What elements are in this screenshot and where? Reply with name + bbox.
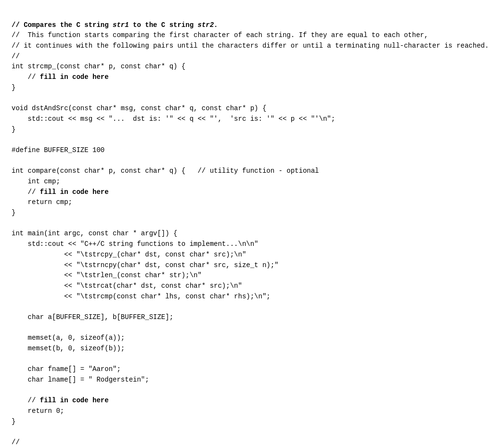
line-comment-2: // This function starts comparing the fi… (12, 31, 428, 39)
line-fname: char fname[] = "Aaron"; (12, 365, 121, 373)
line-fill-3: // fill in code here (12, 397, 109, 404)
line-main: int main(int argc, const char * argv[]) … (12, 230, 177, 237)
line-lname: char lname[] = " Rodgerstein"; (12, 376, 149, 384)
line-memset-b: memset(b, 0, sizeof(b)); (12, 345, 125, 352)
line-code-dstandsrc: void dstAndSrc(const char* msg, const ch… (12, 104, 266, 112)
line-brace-4: } (12, 418, 15, 425)
line-comment-end: // (12, 438, 20, 446)
line-strcpy: << "\tstrcpy_(char* dst, const char* src… (12, 251, 246, 258)
line-memset-a: memset(a, 0, sizeof(a)); (12, 334, 125, 342)
line-cout-dst: std::cout << msg << "... dst is: '" << q… (12, 115, 335, 123)
line-define: #define BUFFER_SIZE 100 (12, 146, 104, 154)
line-fill-1: // fill in code here (12, 73, 109, 81)
line-brace-3: } (12, 209, 15, 217)
line-brace-2: } (12, 126, 15, 133)
line-strcmp2: << "\tstrcmp(const char* lhs, const char… (12, 293, 271, 300)
line-code-strcmp: int strcmp_(const char* p, const char* q… (12, 63, 185, 70)
line-strncpy: << "\tstrncpy(char* dst, const char* src… (12, 261, 279, 269)
line-cout-main: std::cout << "C++/C string functions to … (12, 240, 258, 248)
line-fill-2: // fill in code here (12, 188, 109, 196)
line-strcat: << "\tstrcat(char* dst, const char* src)… (12, 282, 242, 290)
line-return-0: return 0; (12, 407, 64, 415)
line-return-cmp: return cmp; (12, 198, 72, 206)
code-container: // Compares the C string str1 to the C s… (12, 10, 481, 448)
line-comment-4: // (12, 52, 20, 60)
line-char-ab: char a[BUFFER_SIZE], b[BUFFER_SIZE]; (12, 313, 173, 321)
line-comment-1: // Compares the C string str1 to the C s… (12, 21, 218, 29)
line-comment-3: // it continues with the following pairs… (12, 42, 489, 50)
line-code-compare: int compare(const char* p, const char* q… (12, 167, 319, 175)
line-int-cmp: int cmp; (12, 178, 60, 185)
line-strlen: << "\tstrlen_(const char* str);\n" (12, 271, 202, 279)
line-brace-1: } (12, 84, 15, 91)
